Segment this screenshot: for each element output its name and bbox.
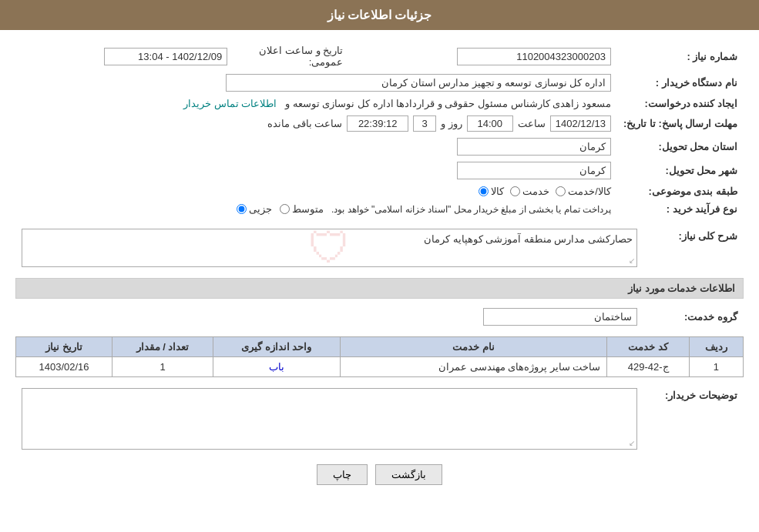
button-row: بازگشت چاپ <box>15 464 744 485</box>
nam-dastgah-label: نام دستگاه خریدار : <box>617 71 744 95</box>
tosihaat-table: توضیحات خریدار: ↙ <box>15 385 744 453</box>
date-value: 1402/12/13 <box>550 115 611 132</box>
print-button[interactable]: چاپ <box>317 464 368 485</box>
shomara-value: 1102004323000203 <box>349 42 617 71</box>
tosihaat-box: ↙ <box>22 388 637 450</box>
radio-mottavasset-label: متوسط <box>292 203 324 215</box>
noe-farayand-label: نوع فرآیند خرید : <box>617 200 744 218</box>
shahr-label: شهر محل تحویل: <box>617 159 744 182</box>
cell-name: ساخت سایر پروژه‌های مهندسی عمران <box>340 357 607 377</box>
cell-radif: 1 <box>689 357 743 377</box>
header-title: جزئیات اطلاعات نیاز <box>327 8 432 22</box>
noe-farayand-row: پرداخت تمام یا بخشی از مبلغ خریدار محل "… <box>15 200 617 218</box>
radio-khedmat: خدمت <box>510 186 549 197</box>
col-unit: واحد اندازه گیری <box>213 337 340 357</box>
radio-jozii: جزیی <box>237 203 272 215</box>
baghi-value: 22:39:12 <box>347 115 408 132</box>
radio-kala-khedmat-input[interactable] <box>556 186 566 196</box>
tarikh-elan-input: 1402/12/09 - 13:04 <box>104 48 227 65</box>
tosihaat-label: توضیحات خریدار: <box>643 385 744 453</box>
sharh-table: شرح کلی نیاز: 🛡 حصارکشی مدارس منطقه آموز… <box>15 226 744 270</box>
ijad-konande-value: مسعود زاهدی کارشناس مسئول حقوقی و قراردا… <box>15 95 617 112</box>
notice-text: پرداخت تمام یا بخشی از مبلغ خریدار محل "… <box>331 204 611 215</box>
services-section-title: اطلاعات خدمات مورد نیاز <box>15 278 744 299</box>
sharh-text: حصارکشی مدارس منطقه آموزشی کوهپایه کرمان <box>424 233 633 245</box>
back-button[interactable]: بازگشت <box>375 464 442 485</box>
ijad-konande-link[interactable]: اطلاعات تماس خریدار <box>183 98 277 109</box>
tabaqe-row: کالا/خدمت خدمت کالا <box>15 182 617 200</box>
ijad-konande-label: ایجاد کننده درخواست: <box>617 95 744 112</box>
ostan-input: کرمان <box>457 138 611 156</box>
tosihaat-value-cell: ↙ <box>15 385 643 453</box>
radio-mottavasset: متوسط <box>280 203 324 215</box>
grohe-input: ساختمان <box>483 308 637 326</box>
resize-handle: ↙ <box>629 256 635 265</box>
page-header: جزئیات اطلاعات نیاز <box>0 0 759 30</box>
shomara-label: شماره نیاز : <box>617 42 744 71</box>
tarikh-elan-label: تاریخ و ساعت اعلان عمومی: <box>233 42 349 71</box>
roz-label: روز و <box>441 118 462 129</box>
grohe-value-cell: ساختمان <box>15 305 643 329</box>
sharh-box: 🛡 حصارکشی مدارس منطقه آموزشی کوهپایه کرم… <box>22 229 637 267</box>
info-table: شماره نیاز : 1102004323000203 تاریخ و سا… <box>15 42 744 218</box>
main-content: شماره نیاز : 1102004323000203 تاریخ و سا… <box>0 30 759 508</box>
sharh-value-cell: 🛡 حصارکشی مدارس منطقه آموزشی کوهپایه کرم… <box>15 226 643 270</box>
radio-kala: کالا <box>479 186 504 197</box>
radio-kala-input[interactable] <box>479 186 489 196</box>
roz-value: 3 <box>413 115 436 132</box>
col-count: تعداد / مقدار <box>113 337 213 357</box>
radio-kala-khedmat: کالا/خدمت <box>556 186 611 197</box>
services-grid: ردیف کد خدمت نام خدمت واحد اندازه گیری ت… <box>15 336 744 377</box>
sharh-label: شرح کلی نیاز: <box>643 226 744 270</box>
nam-dastgah-input: اداره کل نوسازی توسعه و تجهیز مدارس استا… <box>226 74 611 92</box>
ostan-value: کرمان <box>15 135 617 159</box>
radio-jozii-label: جزیی <box>249 203 272 215</box>
col-date: تاریخ نیاز <box>16 337 113 357</box>
cell-code: ج-42-429 <box>607 357 689 377</box>
cell-date: 1403/02/16 <box>16 357 113 377</box>
grohe-label: گروه خدمت: <box>643 305 744 329</box>
tarikh-elan-value: 1402/12/09 - 13:04 <box>15 42 233 71</box>
cell-count: 1 <box>113 357 213 377</box>
saat-label: ساعت <box>518 118 546 129</box>
tabaqe-radio-group: کالا/خدمت خدمت کالا <box>479 186 611 197</box>
radio-khedmat-label: خدمت <box>522 186 549 197</box>
radio-khedmat-input[interactable] <box>510 186 520 196</box>
mohlat-label: مهلت ارسال پاسخ: تا تاریخ: <box>617 112 744 135</box>
page-wrapper: جزئیات اطلاعات نیاز شماره نیاز : 1102004… <box>0 0 759 532</box>
shahr-input: کرمان <box>457 162 611 179</box>
grohe-table: گروه خدمت: ساختمان <box>15 305 744 329</box>
baghi-label: ساعت باقی مانده <box>267 118 342 129</box>
radio-kala-label: کالا <box>491 186 504 197</box>
resize-handle-2: ↙ <box>629 439 635 447</box>
saat-value: 14:00 <box>467 115 513 132</box>
nam-dastgah-value: اداره کل نوسازی توسعه و تجهیز مدارس استا… <box>15 71 617 95</box>
mohlat-row: 1402/12/13 ساعت 14:00 روز و 3 22:39:12 س… <box>15 112 617 135</box>
cell-unit: باب <box>213 357 340 377</box>
radio-kala-khedmat-label: کالا/خدمت <box>568 186 611 197</box>
col-name: نام خدمت <box>340 337 607 357</box>
shahr-value: کرمان <box>15 159 617 182</box>
shomara-input: 1102004323000203 <box>457 48 611 65</box>
ijad-konande-text: مسعود زاهدی کارشناس مسئول حقوقی و قراردا… <box>285 98 611 109</box>
col-code: کد خدمت <box>607 337 689 357</box>
ostan-label: استان محل تحویل: <box>617 135 744 159</box>
tabaqe-label: طبقه بندی موضوعی: <box>617 182 744 200</box>
radio-mottavasset-input[interactable] <box>280 204 290 214</box>
radio-jozii-input[interactable] <box>237 204 247 214</box>
table-row: 1 ج-42-429 ساخت سایر پروژه‌های مهندسی عم… <box>16 357 744 377</box>
col-radif: ردیف <box>689 337 743 357</box>
